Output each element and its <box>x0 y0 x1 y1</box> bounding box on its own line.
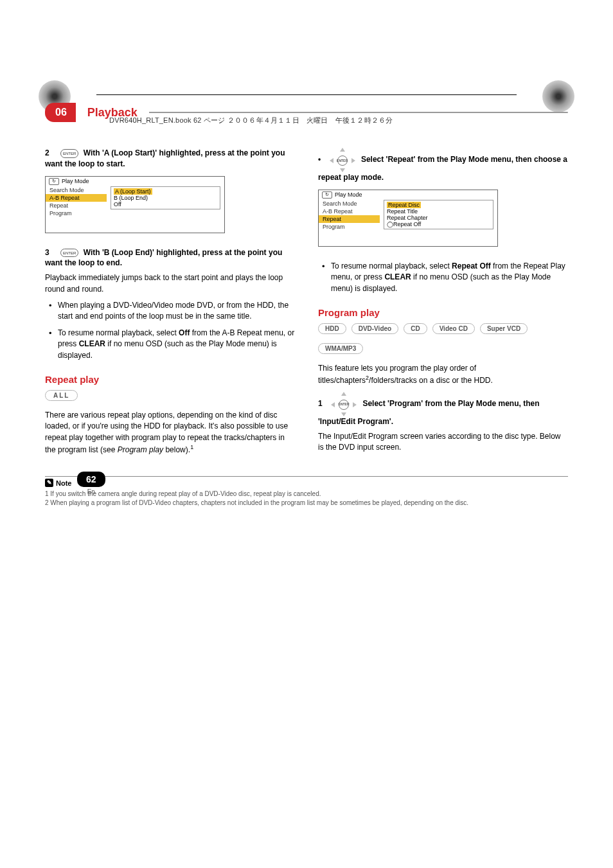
paragraph: There are various repeat play options, d… <box>45 410 295 456</box>
menu-item: Program <box>319 223 380 231</box>
step-number: 1 <box>318 399 323 408</box>
menu-option: Repeat Chapter <box>387 215 490 221</box>
menu-item-highlighted: A-B Repeat <box>46 194 107 202</box>
page-number: 62 <box>77 472 105 487</box>
badge-all: ALL <box>45 390 78 401</box>
step-text: Select 'Repeat' from the Play Mode menu,… <box>318 155 567 182</box>
chapter-number: 06 <box>45 103 76 122</box>
menu-item: A-B Repeat <box>319 208 380 215</box>
step-number: 3 <box>45 248 49 257</box>
nav-pad-icon: ENTER <box>330 148 355 172</box>
paragraph: Playback immediately jumps back to the s… <box>45 272 295 295</box>
menu-option: Repeat Title <box>387 208 490 215</box>
play-mode-icon: ↻ <box>322 191 332 199</box>
enter-button-icon: ENTER <box>60 249 78 257</box>
nav-pad-icon: ENTER <box>331 392 357 416</box>
menu-title: Play Mode <box>335 191 362 198</box>
paragraph: The Input/Edit Program screen varies acc… <box>318 431 568 454</box>
menu-title: Play Mode <box>62 178 89 184</box>
menu-option-highlighted: Repeat Disc <box>387 202 421 208</box>
menu-item-highlighted: Repeat <box>319 215 380 223</box>
footnote-2: 2 When playing a program list of DVD-Vid… <box>45 499 568 508</box>
paragraph: This feature lets you program the play o… <box>318 363 568 387</box>
badge-supervcd: Super VCD <box>480 323 528 334</box>
step-1: 1 ENTER Select 'Program' from the Play M… <box>318 392 568 427</box>
badge-cd: CD <box>404 323 427 334</box>
menu-option: ◯Repeat Off <box>387 221 490 227</box>
menu-item: Search Mode <box>46 186 107 194</box>
badge-row-2: WMA/MP3 <box>318 343 568 354</box>
menu-item: Program <box>46 209 107 217</box>
menu-option: B (Loop End) <box>114 195 217 201</box>
play-mode-icon: ↻ <box>49 178 59 185</box>
bullet-item: When playing a DVD-Video/Video mode DVD,… <box>58 300 295 323</box>
step-2: 2 ENTER With 'A (Loop Start)' highlighte… <box>45 148 295 170</box>
page-number-block: 62 En <box>77 472 105 495</box>
section-heading-program-play: Program play <box>318 307 568 318</box>
badge-hdd: HDD <box>318 323 346 334</box>
enter-button-icon: ENTER <box>60 149 78 157</box>
footnote-1: 1 If you switch the camera angle during … <box>45 490 568 499</box>
section-heading-repeat-play: Repeat play <box>45 374 295 385</box>
play-mode-menu-1: ↻ Play Mode Search Mode A-B Repeat Repea… <box>45 176 225 233</box>
play-mode-menu-2: ↻ Play Mode Search Mode A-B Repeat Repea… <box>318 190 498 247</box>
note-section: ✎ Note 1 If you switch the camera angle … <box>45 476 568 507</box>
step-text: With 'B (Loop End)' highlighted, press a… <box>45 248 282 268</box>
note-icon: ✎ <box>45 479 53 487</box>
menu-item: Search Mode <box>319 200 380 208</box>
note-label: Note <box>56 479 71 487</box>
left-column: 2 ENTER With 'A (Loop Start)' highlighte… <box>45 148 295 461</box>
badge-dvdvideo: DVD-Video <box>351 323 399 334</box>
right-column: • ENTER Select 'Repeat' from the Play Mo… <box>318 148 568 461</box>
badge-row-1: HDD DVD-Video CD Video CD Super VCD <box>318 323 568 334</box>
menu-option: Off <box>114 201 217 208</box>
bullet-item: To resume normal playback, select Off fr… <box>58 328 295 361</box>
step-text: With 'A (Loop Start)' highlighted, press… <box>45 148 285 168</box>
step-3: 3 ENTER With 'B (Loop End)' highlighted,… <box>45 247 295 269</box>
badge-wmamp3: WMA/MP3 <box>318 343 363 354</box>
step-bullet: • ENTER Select 'Repeat' from the Play Mo… <box>318 148 568 183</box>
bullet-marker: • <box>318 155 321 164</box>
chapter-header: 06 Playback <box>45 103 568 122</box>
menu-item: Repeat <box>46 202 107 209</box>
page-lang: En <box>77 488 105 495</box>
menu-option-highlighted: A (Loop Start) <box>114 188 152 195</box>
chapter-title: Playback <box>76 103 149 122</box>
bullet-item: To resume normal playback, select Repeat… <box>331 261 568 294</box>
step-number: 2 <box>45 148 49 157</box>
badge-videocd: Video CD <box>432 323 475 334</box>
